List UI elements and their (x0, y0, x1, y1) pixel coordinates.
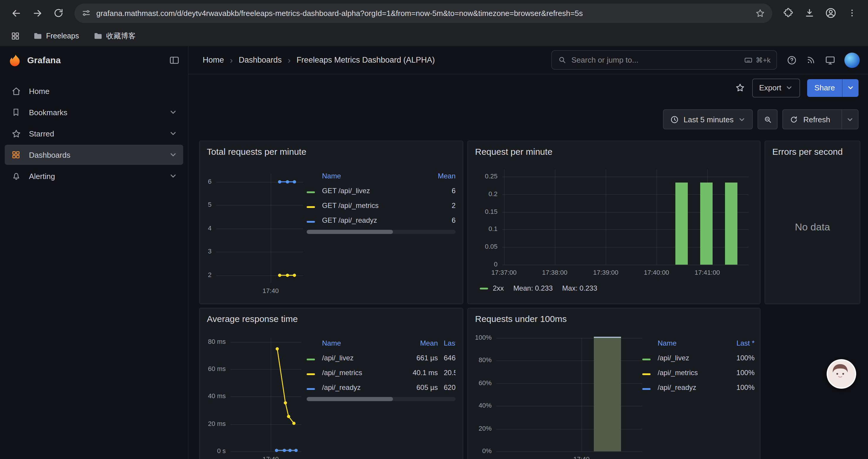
y-axis-tick-label: 100% (468, 334, 492, 341)
chevron-down-icon[interactable] (169, 129, 177, 138)
search-shortcut: ⌘+k (744, 56, 771, 64)
legend-row: GET /api/_readyz 6 (307, 213, 456, 227)
kiosk-monitor-icon[interactable] (825, 55, 836, 65)
time-range-picker[interactable]: Last 5 minutes (663, 109, 753, 129)
user-avatar[interactable] (844, 52, 860, 68)
bar (675, 183, 688, 265)
sidebar-item-home[interactable]: Home (5, 81, 183, 101)
chart-plot-area[interactable] (496, 338, 642, 451)
series-color-dash (642, 373, 651, 375)
x-axis-tick-label: 17:41:00 (681, 269, 734, 276)
legend-row: /api/_metrics 40.1 ms 20.5 ms (307, 365, 456, 380)
address-bar[interactable]: grafana.mathmast.com/d/deytv4rwavabkb/fr… (74, 3, 772, 23)
chevron-down-icon[interactable] (169, 172, 177, 180)
legend-series-name[interactable]: GET /api/_readyz (322, 216, 425, 224)
chevron-down-icon[interactable] (169, 108, 177, 117)
bookmark-folder-freeleaps[interactable]: Freeleaps (28, 30, 84, 42)
breadcrumb-home[interactable]: Home (203, 56, 224, 64)
chart-plot-area[interactable] (230, 338, 301, 451)
line-series (216, 174, 303, 283)
zoom-out-time-button[interactable] (758, 109, 778, 129)
refresh-interval-dropdown[interactable] (841, 110, 858, 129)
bookmark-star-icon[interactable] (755, 8, 765, 18)
legend-header-row: Name Mean Last * (307, 335, 456, 350)
chart-plot-area[interactable] (216, 174, 303, 283)
legend-series-name[interactable]: /api/_metrics (322, 368, 404, 376)
legend-scrollbar[interactable] (307, 230, 456, 234)
y-axis-tick-label: 20 ms (200, 420, 226, 427)
series-color-dash (307, 388, 315, 390)
legend-scrollbar-thumb[interactable] (307, 397, 393, 401)
legend-series-name[interactable]: /api/_readyz (658, 383, 721, 391)
keyboard-icon (744, 56, 753, 64)
legend-series-name[interactable]: /api/_livez (658, 354, 721, 362)
back-button[interactable] (6, 3, 26, 23)
assistant-avatar[interactable] (827, 359, 856, 389)
clock-icon (670, 115, 679, 124)
rss-icon[interactable] (806, 55, 816, 65)
zoom-out-icon (764, 115, 772, 124)
legend-series-name[interactable]: GET /api/_livez (322, 186, 425, 195)
bookmarks-bar: Freeleaps 收藏博客 (0, 26, 868, 46)
forward-button[interactable] (27, 3, 47, 23)
reload-button[interactable] (49, 3, 68, 23)
site-settings-icon[interactable] (82, 8, 91, 18)
y-axis-tick-label: 0.15 (468, 208, 498, 215)
help-icon[interactable] (786, 55, 797, 65)
legend-series-name[interactable]: 2xx (493, 284, 504, 292)
search-input[interactable]: Search or jump to... ⌘+k (551, 50, 777, 70)
profile-button[interactable] (821, 3, 841, 23)
share-button[interactable]: Share (807, 79, 842, 97)
chevron-down-icon[interactable] (169, 151, 177, 159)
extensions-button[interactable] (778, 3, 798, 23)
legend-scrollbar-thumb[interactable] (307, 230, 393, 234)
export-button[interactable]: Export (752, 78, 800, 97)
downloads-button[interactable] (800, 3, 819, 23)
page-header: Home › Dashboards › Freeleaps Metrics Da… (188, 46, 868, 74)
y-axis-tick-label: 0.1 (468, 225, 498, 232)
legend-series-name[interactable]: /api/_livez (322, 354, 404, 362)
legend-col-last[interactable]: Last * (721, 339, 754, 347)
sidebar-item-starred[interactable]: Starred (5, 124, 183, 143)
legend-col-name[interactable]: Name (322, 339, 404, 347)
panel-title[interactable]: Errors per second (772, 146, 843, 157)
legend-col-last[interactable]: Last * (438, 339, 456, 347)
legend-series-last: 100% (721, 354, 754, 362)
sidebar-item-dashboards[interactable]: Dashboards (5, 145, 183, 165)
y-axis-tick-label: 60 ms (200, 365, 226, 372)
collapse-sidebar-icon[interactable] (169, 55, 180, 65)
series-color-dash (642, 358, 651, 360)
refresh-button[interactable]: Refresh (783, 110, 837, 129)
legend-series-last: 100% (721, 383, 754, 391)
legend-col-mean[interactable]: Mean (425, 172, 456, 180)
sidebar-item-bookmarks[interactable]: Bookmarks (5, 102, 183, 122)
x-axis-tick-label: 17:40 (244, 455, 297, 459)
bookmark-folder-blogs[interactable]: 收藏博客 (88, 29, 140, 43)
legend-mean: Mean: 0.233 (513, 284, 553, 292)
share-dropdown-button[interactable] (842, 79, 859, 97)
legend-series-name[interactable]: GET /api/_metrics (322, 201, 425, 209)
favorite-star-button[interactable] (735, 83, 745, 93)
dashboards-grid-icon (11, 150, 21, 160)
sidebar-item-alerting[interactable]: Alerting (5, 166, 183, 186)
legend-series-name[interactable]: /api/_readyz (322, 383, 404, 391)
chart-plot-area[interactable] (502, 169, 749, 265)
y-axis-tick-label: 20% (468, 424, 492, 431)
breadcrumb: Home › Dashboards › Freeleaps Metrics Da… (203, 55, 435, 65)
y-axis-tick-label: 0 s (200, 447, 226, 454)
legend-table: Name Last * /api/_livez 100% /api/_metri… (642, 335, 754, 395)
legend-col-mean[interactable]: Mean (404, 339, 438, 347)
legend-series-mean: 605 µs (404, 383, 438, 391)
legend-col-name[interactable]: Name (658, 339, 721, 347)
bar (725, 183, 737, 265)
grafana-logo[interactable] (8, 54, 21, 66)
legend-series-name[interactable]: /api/_metrics (658, 368, 721, 376)
breadcrumb-dashboards[interactable]: Dashboards (239, 56, 282, 64)
browser-menu-button[interactable] (842, 3, 862, 23)
legend-col-name[interactable]: Name (322, 172, 425, 180)
legend-scrollbar[interactable] (307, 397, 456, 401)
url-text[interactable]: grafana.mathmast.com/d/deytv4rwavabkb/fr… (96, 8, 750, 18)
apps-shortcut-button[interactable] (7, 28, 24, 44)
y-axis-tick-label: 60% (468, 379, 492, 386)
reload-icon (53, 8, 64, 18)
